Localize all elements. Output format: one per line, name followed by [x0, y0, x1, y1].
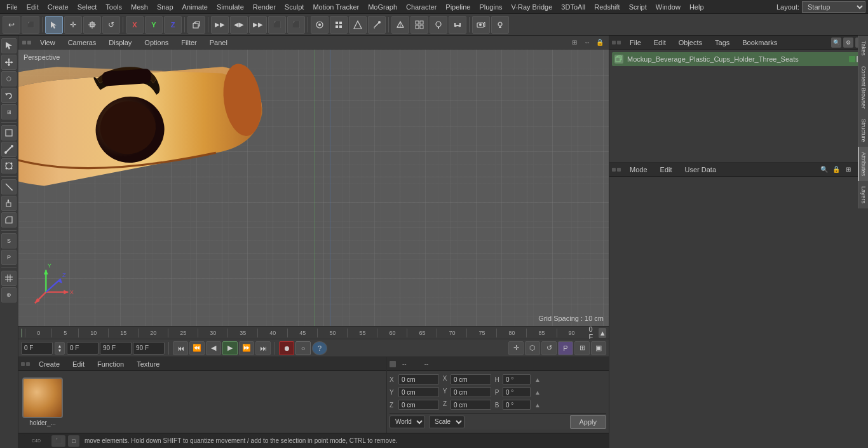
transport-r2[interactable]: ⬡: [525, 341, 540, 355]
menu-script[interactable]: Script: [625, 2, 651, 12]
timeline-expand-btn[interactable]: ▲: [599, 328, 606, 338]
snap3-btn[interactable]: [349, 16, 367, 34]
attr-expand-icon[interactable]: ⊞: [843, 165, 853, 175]
current-frame-display[interactable]: 0 F: [21, 342, 53, 355]
viewport-options-menu[interactable]: Options: [140, 37, 172, 48]
select-tool-button[interactable]: [45, 16, 63, 34]
menu-file[interactable]: File: [3, 2, 22, 12]
anim-auto-btn[interactable]: ⬛: [287, 16, 305, 34]
attr-userdata-menu[interactable]: User Data: [681, 165, 721, 175]
menu-sculpt[interactable]: Sculpt: [281, 2, 308, 12]
frame-spinner[interactable]: ▲▼: [55, 342, 65, 355]
menu-simulate[interactable]: Simulate: [213, 2, 248, 12]
viewport-expand-icon[interactable]: ⊞: [569, 37, 580, 48]
sidebar-move-btn[interactable]: [1, 55, 17, 70]
coord-z-val2[interactable]: [451, 400, 491, 410]
sidebar-point-btn[interactable]: [1, 158, 17, 173]
coord-z-pos[interactable]: [398, 400, 439, 410]
sidebar-extrude-btn[interactable]: [1, 196, 17, 211]
scale-dropdown[interactable]: Scale: [429, 416, 465, 428]
objects-bookmarks-menu[interactable]: Bookmarks: [738, 37, 781, 48]
tab-content-browser[interactable]: Content Browser: [858, 61, 868, 114]
material-texture-menu[interactable]: Texture: [133, 359, 163, 369]
menu-motion-tracker[interactable]: Motion Tracker: [309, 2, 363, 12]
viewport-display-menu[interactable]: Display: [105, 37, 135, 48]
tab-layers[interactable]: Layers: [858, 181, 868, 208]
objects-tags-menu[interactable]: Tags: [711, 37, 733, 48]
go-end-btn[interactable]: ⏭: [255, 341, 271, 355]
menu-plugins[interactable]: Plugins: [475, 2, 506, 12]
timeline[interactable]: 0 5 10 15 20 25 30 35 40 45 50 55 60 65 …: [18, 326, 609, 339]
cam-btn[interactable]: [472, 16, 490, 34]
menu-3dtoall[interactable]: 3DToAll: [557, 2, 589, 12]
start-frame-display[interactable]: 0 F: [67, 342, 98, 355]
viewport-view-menu[interactable]: View: [36, 37, 59, 48]
help-btn[interactable]: ?: [312, 341, 327, 355]
anim-next-btn[interactable]: ▶▶: [249, 16, 267, 34]
coord-x-val2[interactable]: [451, 374, 491, 384]
anim-key-btn[interactable]: ⬛: [268, 16, 286, 34]
layout-dropdown[interactable]: Startup: [802, 1, 865, 13]
attr-edit-menu[interactable]: Edit: [656, 165, 676, 175]
anim-prev-btn[interactable]: ◀▶: [230, 16, 248, 34]
viewport-3d[interactable]: Perspective: [18, 50, 609, 326]
magnet-btn[interactable]: [449, 16, 466, 34]
mesh2-btn[interactable]: [410, 16, 428, 34]
coord-h-val[interactable]: [503, 374, 531, 384]
mesh-check-btn[interactable]: [391, 16, 409, 34]
transport-r6[interactable]: ▣: [591, 341, 606, 355]
status-icon-2[interactable]: □: [68, 435, 79, 447]
menu-animate[interactable]: Animate: [179, 2, 212, 12]
transport-r5[interactable]: ⊞: [574, 341, 590, 355]
rotate-tool-button[interactable]: ↺: [102, 16, 120, 34]
viewport-filter-menu[interactable]: Filter: [177, 37, 200, 48]
material-function-menu[interactable]: Function: [93, 359, 128, 369]
sidebar-poly-btn[interactable]: [1, 125, 17, 140]
record-btn[interactable]: ⏺: [279, 341, 294, 355]
material-preview[interactable]: [22, 377, 63, 418]
sidebar-edge-btn[interactable]: [1, 142, 17, 157]
menu-mesh[interactable]: Mesh: [127, 2, 152, 12]
snap2-btn[interactable]: [330, 16, 348, 34]
menu-tools[interactable]: Tools: [102, 2, 126, 12]
viewport-lock-icon[interactable]: 🔒: [595, 37, 605, 48]
viewport-cameras-menu[interactable]: Cameras: [64, 37, 100, 48]
end-frame-display1[interactable]: 90 F: [100, 342, 132, 355]
transport-r1[interactable]: ✛: [508, 341, 524, 355]
pen-btn[interactable]: [368, 16, 386, 34]
transport-r3[interactable]: ↺: [541, 341, 557, 355]
object-row-main[interactable]: Mockup_Beverage_Plastic_Cups_Holder_Thre…: [612, 52, 865, 66]
sidebar-grid-btn[interactable]: [1, 271, 17, 286]
menu-select[interactable]: Select: [74, 2, 101, 12]
coord-y-val2[interactable]: [451, 387, 491, 397]
obj-search-icon[interactable]: 🔍: [831, 37, 841, 48]
menu-help[interactable]: Help: [686, 2, 708, 12]
sidebar-transform-btn[interactable]: ⊞: [1, 104, 17, 119]
attr-lock-icon[interactable]: 🔒: [831, 165, 841, 175]
menu-character[interactable]: Character: [402, 2, 440, 12]
play-back-btn[interactable]: ◀: [206, 341, 221, 355]
menu-create[interactable]: Create: [44, 2, 72, 12]
auto-key-btn[interactable]: ○: [295, 341, 311, 355]
y-axis-btn[interactable]: Y: [145, 16, 163, 34]
attr-search-icon[interactable]: 🔍: [819, 165, 829, 175]
sidebar-rotate-btn[interactable]: [1, 88, 17, 103]
step-fwd-btn[interactable]: ⏩: [239, 341, 254, 355]
transport-r4[interactable]: P: [558, 341, 573, 355]
material-create-menu[interactable]: Create: [35, 359, 64, 369]
coord-b-val[interactable]: [503, 400, 531, 410]
menu-pipeline[interactable]: Pipeline: [442, 2, 474, 12]
brush-btn[interactable]: [430, 16, 447, 34]
anim-record-btn[interactable]: ▶▶: [211, 16, 229, 34]
sidebar-sym-btn[interactable]: ⊛: [1, 287, 17, 302]
move-tool-button[interactable]: ✛: [64, 16, 82, 34]
tab-attributes[interactable]: Attributes: [858, 147, 868, 181]
objects-file-menu[interactable]: File: [626, 37, 645, 48]
menu-mograph[interactable]: MoGraph: [364, 2, 401, 12]
menu-vray[interactable]: V-Ray Bridge: [508, 2, 557, 12]
x-axis-btn[interactable]: X: [126, 16, 144, 34]
objects-objects-menu[interactable]: Objects: [675, 37, 706, 48]
obj-settings-icon[interactable]: ⚙: [843, 37, 853, 48]
sidebar-paint-btn[interactable]: P: [1, 250, 17, 265]
z-axis-btn[interactable]: Z: [164, 16, 182, 34]
